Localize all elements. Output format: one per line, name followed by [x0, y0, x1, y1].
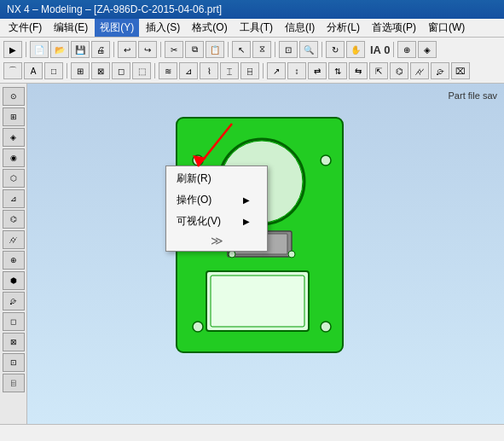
svg-point-6 [321, 322, 331, 332]
toolbar-save[interactable]: 💾 [71, 41, 90, 58]
menu-operations[interactable]: 操作(O) ▶ [166, 189, 267, 211]
sep2 [113, 42, 114, 57]
toolbar-r22[interactable]: ⌧ [451, 62, 470, 79]
menu-more[interactable]: ≫ [166, 232, 267, 249]
toolbar-copy[interactable]: ⧉ [185, 41, 204, 58]
title-bar: NX 4 – Modeling – [ZA-986D-C-2015-04-06.… [0, 0, 504, 19]
window-title: NX 4 – Modeling – [ZA-986D-C-2015-04-06.… [7, 3, 222, 15]
sidebar-btn-9[interactable]: ⊕ [3, 251, 25, 270]
toolbar-r10[interactable]: ⌇ [200, 62, 218, 79]
toolbar-r4[interactable]: ⊞ [71, 62, 90, 79]
sep1 [26, 42, 26, 57]
menu-operations-label: 操作(O) [177, 193, 211, 207]
sidebar-btn-5[interactable]: ⬡ [3, 169, 25, 188]
menu-format[interactable]: 格式(O) [187, 19, 232, 37]
toolbar-zoom-in[interactable]: 🔍 [299, 41, 318, 58]
left-sidebar: ⊙ ⊞ ◈ ◉ ⬡ ⊿ ⌬ ⌭ ⊕ ⬢ ⌮ ◻ ⊠ ⊡ ⌸ [0, 84, 27, 424]
sidebar-btn-6[interactable]: ⊿ [3, 189, 25, 208]
sep6 [322, 42, 322, 57]
sidebar-btn-10[interactable]: ⬢ [3, 271, 25, 290]
toolbar-r13[interactable]: ↗ [267, 62, 286, 79]
svg-point-11 [229, 251, 235, 258]
toolbar-r7[interactable]: ⬚ [132, 62, 151, 79]
sidebar-btn-11[interactable]: ⌮ [3, 292, 25, 310]
toolbar-r12[interactable]: ⌸ [240, 62, 259, 79]
toolbar-r14[interactable]: ↕ [287, 62, 306, 79]
toolbar-r6[interactable]: ◻ [112, 62, 130, 79]
status-bar [0, 424, 504, 441]
toolbar-open[interactable]: 📂 [50, 41, 69, 58]
toolbar-r9[interactable]: ⊿ [179, 62, 198, 79]
toolbar-row-1: ▶ 📄 📂 💾 🖨 ↩ ↪ ✂ ⧉ 📋 ↖ ⧖ ⊡ 🔍 ↻ ✋ IA 0 ⊕ ◈ [3, 39, 501, 60]
sidebar-btn-7[interactable]: ⌬ [3, 210, 25, 229]
toolbar-r16[interactable]: ⇅ [328, 62, 347, 79]
menu-window[interactable]: 窗口(W) [423, 19, 470, 37]
viewport: Part file sav xc [27, 84, 504, 424]
toolbar-r2[interactable]: A [24, 62, 43, 79]
sidebar-btn-4[interactable]: ◉ [3, 148, 25, 167]
toolbar-area: ▶ 📄 📂 💾 🖨 ↩ ↪ ✂ ⧉ 📋 ↖ ⧖ ⊡ 🔍 ↻ ✋ IA 0 ⊕ ◈… [0, 38, 504, 84]
menu-insert[interactable]: 插入(S) [141, 19, 185, 37]
toolbar-r5[interactable]: ⊠ [91, 62, 110, 79]
svg-point-4 [321, 155, 331, 165]
menu-analysis[interactable]: 分析(L) [322, 19, 365, 37]
menu-visualize-label: 可视化(V) [177, 214, 221, 229]
sep7 [393, 42, 394, 57]
svg-point-5 [193, 322, 203, 332]
menu-file[interactable]: 文件(F) [3, 19, 47, 37]
svg-rect-10 [211, 276, 304, 327]
toolbar-r20[interactable]: ⌭ [410, 62, 429, 79]
red-arrow-indicator [181, 119, 249, 179]
toolbar-paste[interactable]: 📋 [206, 41, 224, 58]
toolbar-r19[interactable]: ⌬ [390, 62, 408, 79]
svg-point-12 [288, 251, 295, 258]
toolbar-pan[interactable]: ✋ [346, 41, 365, 58]
sep3 [160, 42, 161, 57]
toolbar-r8[interactable]: ≋ [159, 62, 177, 79]
menu-visualize[interactable]: 可视化(V) ▶ [166, 211, 267, 232]
menu-info[interactable]: 信息(I) [280, 19, 320, 37]
sidebar-btn-2[interactable]: ⊞ [3, 107, 25, 126]
main-area: ⊙ ⊞ ◈ ◉ ⬡ ⊿ ⌬ ⌭ ⊕ ⬢ ⌮ ◻ ⊠ ⊡ ⌸ Part file … [0, 84, 504, 424]
sidebar-btn-14[interactable]: ⊡ [3, 353, 25, 372]
sidebar-btn-1[interactable]: ⊙ [3, 87, 25, 106]
toolbar-view3d[interactable]: ◈ [418, 41, 437, 58]
toolbar-zoom-fit[interactable]: ⊡ [279, 41, 298, 58]
menu-view[interactable]: 视图(Y) [95, 19, 139, 37]
toolbar-r1[interactable]: ⌒ [3, 62, 22, 79]
toolbar-new[interactable]: 📄 [30, 41, 49, 58]
submenu-arrow-visualize: ▶ [243, 217, 250, 226]
toolbar-r3[interactable]: □ [44, 62, 63, 79]
sidebar-btn-3[interactable]: ◈ [3, 128, 25, 147]
toolbar-print[interactable]: 🖨 [91, 41, 110, 58]
ia-label: IA 0 [370, 44, 390, 56]
menu-edit[interactable]: 编辑(E) [49, 19, 93, 37]
menu-bar: 文件(F) 编辑(E) 视图(Y) 插入(S) 格式(O) 工具(T) 信息(I… [0, 19, 504, 38]
toolbar-rotate[interactable]: ↻ [326, 41, 345, 58]
toolbar-undo[interactable]: ↩ [118, 41, 136, 58]
sep9 [154, 63, 155, 78]
sidebar-btn-8[interactable]: ⌭ [3, 230, 25, 249]
toolbar-start[interactable]: ▶ [3, 41, 22, 58]
submenu-arrow-operations: ▶ [243, 195, 250, 205]
toolbar-r21[interactable]: ⌮ [431, 62, 449, 79]
toolbar-r18[interactable]: ⇱ [369, 62, 388, 79]
toolbar-snap[interactable]: ⊕ [397, 41, 416, 58]
toolbar-cut[interactable]: ✂ [165, 41, 183, 58]
menu-preferences[interactable]: 首选项(P) [367, 19, 421, 37]
part-file-status: Part file sav [449, 90, 497, 101]
sep5 [275, 42, 275, 57]
sidebar-btn-12[interactable]: ◻ [3, 312, 25, 331]
sidebar-btn-13[interactable]: ⊠ [3, 333, 25, 351]
sep8 [67, 63, 67, 78]
toolbar-select[interactable]: ↖ [232, 41, 251, 58]
toolbar-r11[interactable]: ⌶ [220, 62, 239, 79]
menu-tools[interactable]: 工具(T) [235, 19, 278, 37]
toolbar-redo[interactable]: ↪ [138, 41, 157, 58]
sep4 [228, 42, 229, 57]
toolbar-filter[interactable]: ⧖ [252, 41, 271, 58]
toolbar-r15[interactable]: ⇄ [308, 62, 327, 79]
toolbar-r17[interactable]: ⇆ [349, 62, 368, 79]
sidebar-btn-15[interactable]: ⌸ [3, 374, 25, 392]
sep10 [263, 63, 264, 78]
